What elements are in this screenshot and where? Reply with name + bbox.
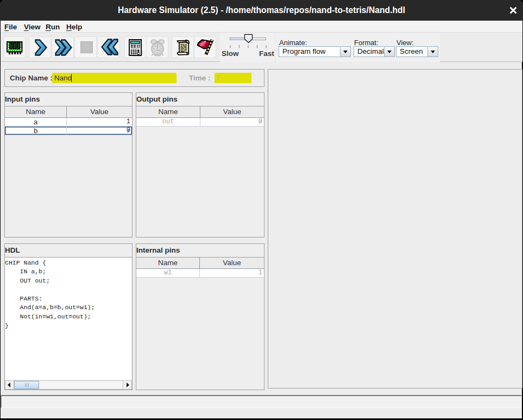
svg-text:Fast: Fast xyxy=(259,49,274,58)
svg-text:Slow: Slow xyxy=(222,49,239,58)
